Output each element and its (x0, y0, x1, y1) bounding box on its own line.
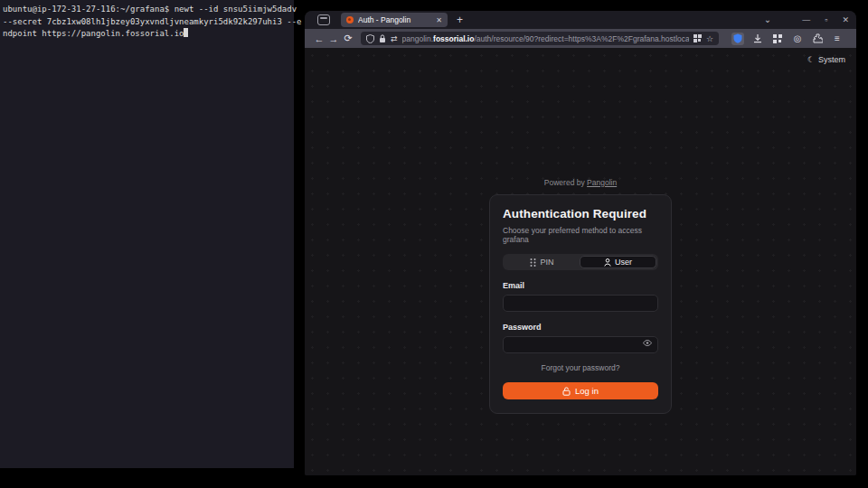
list-tabs-chevron-icon[interactable]: ⌄ (764, 15, 771, 24)
bookmark-star-icon[interactable]: ☆ (706, 34, 713, 43)
back-button[interactable]: ← (312, 33, 326, 44)
ublock-extension-icon[interactable] (731, 33, 744, 45)
tab-user-label: User (615, 258, 632, 267)
tab-pin[interactable]: PIN (505, 256, 580, 268)
eye-icon[interactable] (643, 340, 652, 346)
terminal-cursor (184, 28, 188, 37)
reload-button[interactable]: ⟳ (341, 33, 355, 44)
url-text: pangolin.fossorial.io/auth/resource/90?r… (402, 34, 689, 43)
close-button[interactable]: ✕ (842, 16, 849, 24)
theme-label: System (818, 55, 845, 64)
container-grid-icon[interactable] (693, 34, 702, 42)
tab-pin-label: PIN (540, 258, 553, 267)
browser-titlebar: Auth - Pangolin ✕ + ⌄ — ▫ ✕ (305, 11, 856, 29)
password-input[interactable] (503, 336, 658, 353)
powered-by-link[interactable]: Pangolin (587, 178, 617, 187)
moon-icon: ☾ (807, 55, 815, 64)
auth-card: Authentication Required Choose your pref… (489, 194, 672, 414)
alt-service-icon[interactable]: ⇄ (391, 34, 398, 43)
terminal-line: ubuntu@ip-172-31-27-116:~/grafana$ newt … (3, 4, 291, 16)
terminal-window[interactable]: ubuntu@ip-172-31-27-116:~/grafana$ newt … (0, 0, 294, 468)
extensions-puzzle-icon[interactable] (811, 33, 824, 45)
terminal-line: ndpoint https://pangolin.fossorial.io (3, 28, 291, 41)
login-label: Log in (575, 386, 599, 396)
page-content: ☾ System Powered by Pangolin Authenticat… (305, 48, 856, 475)
minimize-button[interactable]: — (802, 16, 810, 24)
card-subtitle: Choose your preferred method to access g… (503, 226, 658, 244)
url-bar[interactable]: ⇄ pangolin.fossorial.io/auth/resource/90… (361, 32, 719, 45)
login-lock-icon (562, 387, 571, 396)
new-tab-button[interactable]: + (457, 14, 463, 26)
email-label: Email (503, 281, 658, 290)
tab-user[interactable]: User (580, 256, 656, 268)
circle-extension-icon[interactable]: ◎ (791, 33, 804, 45)
nav-toolbar: ← → ⟳ ⇄ pangolin.fossorial.io/auth/resou… (305, 29, 856, 48)
firefox-view-icon[interactable] (317, 14, 330, 25)
forgot-password-link[interactable]: Forgot your password? (503, 363, 658, 372)
browser-window: Auth - Pangolin ✕ + ⌄ — ▫ ✕ ← → ⟳ ⇄ pang… (305, 11, 856, 475)
extension-grid-icon[interactable] (771, 33, 784, 45)
lock-icon[interactable] (379, 34, 386, 43)
tab-title: Auth - Pangolin (358, 15, 431, 24)
menu-hamburger-icon[interactable]: ≡ (831, 33, 844, 45)
tab-close-icon[interactable]: ✕ (436, 16, 442, 24)
terminal-line: --secret 7cbz1xw08lh1jbzey03yxvndljvneam… (3, 16, 291, 29)
card-title: Authentication Required (503, 207, 658, 221)
user-icon (604, 258, 611, 267)
maximize-button[interactable]: ▫ (825, 16, 827, 24)
tracking-shield-icon[interactable] (366, 34, 374, 43)
method-tabs: PIN User (503, 254, 658, 270)
login-button[interactable]: Log in (503, 382, 658, 399)
browser-tab[interactable]: Auth - Pangolin ✕ (341, 13, 448, 27)
pin-keypad-icon (530, 258, 536, 267)
download-icon[interactable] (751, 33, 764, 45)
forward-button[interactable]: → (326, 33, 341, 44)
pangolin-favicon-icon (346, 16, 354, 23)
password-label: Password (503, 323, 658, 332)
theme-toggle[interactable]: ☾ System (807, 55, 845, 64)
email-input[interactable] (503, 295, 658, 312)
powered-by: Powered by Pangolin (489, 178, 672, 187)
